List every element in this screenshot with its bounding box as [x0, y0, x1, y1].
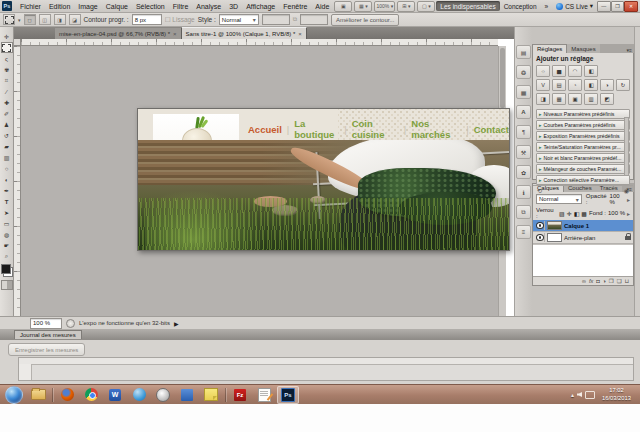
clone-stamp-tool[interactable]: [1, 119, 13, 130]
document-tab-active[interactable]: Sans titre-1 @ 100% (Calque 1, RVB/8) * …: [182, 27, 307, 39]
menu-analyse[interactable]: Analyse: [192, 3, 225, 10]
menu-3d[interactable]: 3D: [225, 3, 242, 10]
healing-brush-tool[interactable]: [1, 97, 13, 108]
lock-position-icon[interactable]: ◧: [574, 210, 580, 217]
status-menu-arrow-icon[interactable]: ▶: [174, 320, 179, 327]
taskbar-clock[interactable]: 17:02 16/03/2013: [598, 387, 635, 403]
new-group-icon[interactable]: ❐: [609, 278, 614, 284]
layer-row-arriere-plan[interactable]: Arrière-plan: [533, 232, 633, 244]
clip-to-layer-icon[interactable]: ◉: [624, 187, 629, 194]
info-panel-icon[interactable]: [516, 185, 531, 199]
menu-selection[interactable]: Sélection: [132, 3, 169, 10]
eraser-tool[interactable]: [1, 141, 13, 152]
start-button[interactable]: [5, 386, 23, 404]
measurement-log-tab[interactable]: Journal des mesures: [14, 330, 82, 339]
menu-fenetre[interactable]: Fenêtre: [279, 3, 311, 10]
color-panel-icon[interactable]: [516, 65, 531, 79]
menu-image[interactable]: Image: [74, 3, 101, 10]
feather-input[interactable]: 8 px: [132, 14, 162, 25]
layer-row-calque1[interactable]: Calque 1: [533, 220, 633, 232]
lasso-tool[interactable]: [1, 53, 13, 64]
hue-saturation-icon[interactable]: ▤: [552, 79, 566, 91]
taskbar-text-editor[interactable]: [253, 386, 275, 404]
workspace-design-button[interactable]: Conception: [500, 1, 541, 11]
preset-correction-selective[interactable]: ▸Correction sélective Paramètre...: [536, 175, 630, 185]
style-select[interactable]: Normal▾: [219, 14, 259, 25]
subtract-selection-icon[interactable]: ◨: [54, 14, 66, 25]
character-panel-icon[interactable]: [516, 105, 531, 119]
hand-tool[interactable]: [1, 240, 13, 251]
rectangular-marquee-tool[interactable]: [1, 42, 13, 53]
close-button[interactable]: ✕: [624, 1, 638, 12]
add-mask-icon[interactable]: ◘: [596, 278, 599, 284]
nav-la-boutique[interactable]: La boutique: [294, 118, 339, 140]
threshold-icon[interactable]: ▣: [568, 93, 582, 105]
brightness-contrast-icon[interactable]: ☼: [536, 65, 550, 77]
gradient-tool[interactable]: [1, 152, 13, 163]
paragraph-panel-icon[interactable]: [516, 125, 531, 139]
gradient-map-icon[interactable]: ▥: [584, 93, 598, 105]
new-layer-icon[interactable]: ❏: [617, 278, 622, 284]
selective-color-icon[interactable]: ◩: [600, 93, 614, 105]
antialias-checkbox-label[interactable]: ☐ Lissage: [165, 16, 195, 24]
expanded-view-icon[interactable]: ⟲: [537, 187, 542, 194]
photo-filter-icon[interactable]: ◑: [600, 79, 614, 91]
preset-melangeur[interactable]: ▸Mélangeur de couches Paramèt...: [536, 164, 630, 174]
layer-thumbnail[interactable]: [547, 233, 562, 242]
taskbar-firefox[interactable]: [56, 386, 78, 404]
layer-name[interactable]: Arrière-plan: [564, 235, 595, 241]
dodge-tool[interactable]: [1, 174, 13, 185]
view-extras-icon[interactable]: ▦ ▾: [354, 1, 372, 12]
type-tool[interactable]: [1, 196, 13, 207]
workspace-overflow-button[interactable]: »: [541, 1, 553, 11]
eyedropper-tool[interactable]: [1, 86, 13, 97]
black-white-icon[interactable]: ◧: [584, 79, 598, 91]
layer-visibility-toggle[interactable]: [535, 233, 545, 242]
new-selection-icon[interactable]: ◻: [24, 14, 36, 25]
launch-bridge-icon[interactable]: ▣: [334, 1, 352, 12]
color-balance-icon[interactable]: ◔: [568, 79, 582, 91]
taskbar-photoshop[interactable]: Ps: [277, 386, 299, 404]
histogram-panel-icon[interactable]: [516, 45, 531, 59]
minimize-button[interactable]: —: [597, 1, 611, 12]
document-tab-inactive[interactable]: mise-en-place-04.psd @ 66,7% (RVB/8) * ×: [55, 28, 182, 39]
color-swatches[interactable]: [1, 264, 13, 277]
quick-selection-tool[interactable]: [1, 64, 13, 75]
cs-live-button[interactable]: CS Live ▾: [552, 1, 597, 11]
menu-filtre[interactable]: Filtre: [169, 3, 193, 10]
lock-transparency-icon[interactable]: ▨: [559, 210, 565, 217]
screen-mode-icon[interactable]: ▢ ▾: [417, 1, 435, 12]
tool-preset-marquee-icon[interactable]: [3, 14, 15, 25]
taskbar-filezilla[interactable]: Fz: [229, 386, 251, 404]
preset-courbes[interactable]: ▸Courbes Paramètres prédéfinis: [536, 120, 630, 130]
nav-contact[interactable]: Contact: [474, 124, 509, 135]
invert-icon[interactable]: ◨: [536, 93, 550, 105]
record-measurements-button[interactable]: Enregistrer les mesures: [8, 343, 85, 356]
opacity-arrow-icon[interactable]: ▸: [627, 196, 630, 203]
path-selection-tool[interactable]: [1, 207, 13, 218]
refine-edge-button[interactable]: Améliorer le contour...: [331, 14, 399, 26]
delete-layer-icon[interactable]: ⊔: [625, 278, 629, 284]
channel-mixer-icon[interactable]: ↻: [616, 79, 630, 91]
foreground-color-swatch[interactable]: [1, 264, 11, 274]
history-panel-icon[interactable]: [516, 205, 531, 219]
blur-tool[interactable]: [1, 163, 13, 174]
document-image[interactable]: FERMEMARAÎCHÈRE Les 4 saisons Accueil | …: [137, 108, 510, 251]
lock-all-icon[interactable]: ▩: [581, 210, 587, 217]
levels-icon[interactable]: ▅: [552, 65, 566, 77]
add-selection-icon[interactable]: ◫: [39, 14, 51, 25]
nav-nos-marches[interactable]: Nos marchés: [411, 118, 461, 140]
layer-thumbnail[interactable]: [547, 221, 562, 230]
brushes-panel-icon[interactable]: [516, 165, 531, 179]
layer-style-icon[interactable]: fx: [589, 278, 593, 284]
taskbar-blue-app[interactable]: [176, 386, 198, 404]
taskbar-messenger[interactable]: [128, 386, 150, 404]
swatches-panel-icon[interactable]: [516, 85, 531, 99]
menu-fichier[interactable]: Fichier: [16, 3, 45, 10]
taskbar-explorer[interactable]: [27, 386, 49, 404]
nav-accueil[interactable]: Accueil: [248, 124, 282, 135]
menu-edition[interactable]: Edition: [45, 3, 74, 10]
posterize-icon[interactable]: ▦: [552, 93, 566, 105]
layer-visibility-toggle[interactable]: [535, 221, 545, 230]
preset-teinte-saturation[interactable]: ▸Teinte/Saturation Paramètres pr...: [536, 142, 630, 152]
